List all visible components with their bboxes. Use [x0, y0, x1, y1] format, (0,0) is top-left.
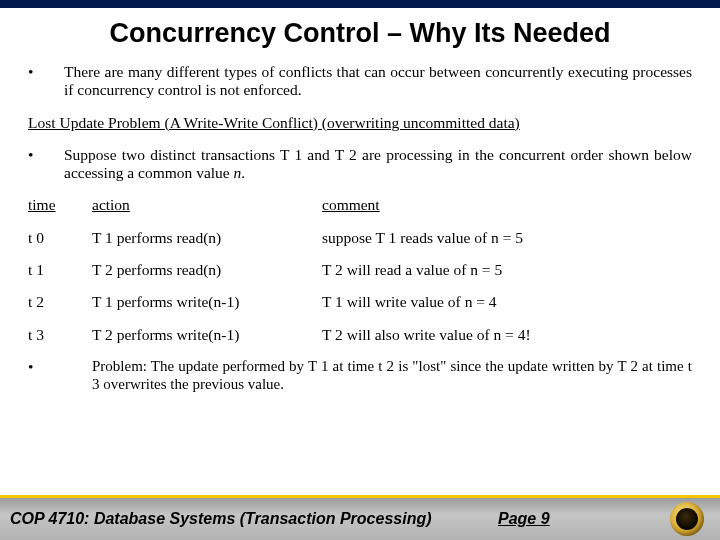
footer: COP 4710: Database Systems (Transaction …	[0, 495, 720, 540]
top-accent-bar	[0, 0, 720, 8]
bullet-text: Suppose two distinct transactions T 1 an…	[64, 146, 692, 183]
cell-action: T 2 performs write(n-1)	[92, 326, 322, 344]
problem-bullet: • Problem: The update performed by T 1 a…	[28, 358, 692, 393]
bullet-item: • Suppose two distinct transactions T 1 …	[28, 146, 692, 183]
footer-bar: COP 4710: Database Systems (Transaction …	[0, 498, 720, 540]
bullet-marker: •	[28, 146, 64, 183]
problem-text: Problem: The update performed by T 1 at …	[92, 358, 692, 393]
table-row: t 1 T 2 performs read(n) T 2 will read a…	[28, 261, 692, 279]
action-table: time action comment t 0 T 1 performs rea…	[28, 196, 692, 343]
cell-comment: T 2 will also write value of n = 4!	[322, 326, 692, 344]
cell-comment: T 2 will read a value of n = 5	[322, 261, 692, 279]
cell-time: t 0	[28, 229, 92, 247]
footer-page: Page 9	[498, 510, 550, 528]
table-header-row: time action comment	[28, 196, 692, 214]
subheading: Lost Update Problem (A Write-Write Confl…	[28, 114, 692, 132]
ucf-logo-icon	[670, 502, 704, 536]
table-row: t 0 T 1 performs read(n) suppose T 1 rea…	[28, 229, 692, 247]
bullet-text-part: Suppose two distinct transactions T 1 an…	[64, 146, 692, 181]
cell-comment: T 1 will write value of n = 4	[322, 293, 692, 311]
col-action-header: action	[92, 196, 322, 214]
table-row: t 3 T 2 performs write(n-1) T 2 will als…	[28, 326, 692, 344]
col-time-header: time	[28, 196, 92, 214]
cell-action: T 1 performs write(n-1)	[92, 293, 322, 311]
cell-action: T 2 performs read(n)	[92, 261, 322, 279]
slide-title: Concurrency Control – Why Its Needed	[0, 18, 720, 49]
bullet-marker: •	[28, 358, 92, 393]
cell-action: T 1 performs read(n)	[92, 229, 322, 247]
bullet-text-part: .	[241, 164, 245, 181]
cell-time: t 2	[28, 293, 92, 311]
cell-time: t 1	[28, 261, 92, 279]
col-comment-header: comment	[322, 196, 692, 214]
slide-content: • There are many different types of conf…	[0, 63, 720, 393]
table-row: t 2 T 1 performs write(n-1) T 1 will wri…	[28, 293, 692, 311]
bullet-marker: •	[28, 63, 64, 100]
bullet-text: There are many different types of confli…	[64, 63, 692, 100]
footer-course: COP 4710: Database Systems (Transaction …	[10, 510, 432, 528]
cell-time: t 3	[28, 326, 92, 344]
bullet-item: • There are many different types of conf…	[28, 63, 692, 100]
cell-comment: suppose T 1 reads value of n = 5	[322, 229, 692, 247]
